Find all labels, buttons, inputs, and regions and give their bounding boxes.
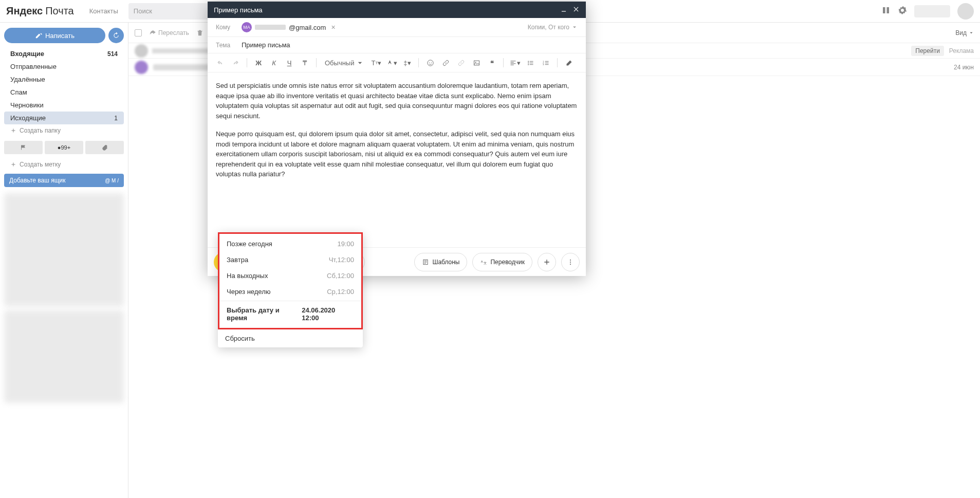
- view-toggle[interactable]: Вид: [955, 29, 974, 36]
- bold-button[interactable]: Ж: [252, 57, 265, 69]
- lineheight-button[interactable]: ‡▾: [401, 57, 413, 69]
- emoji-icon: [427, 59, 434, 67]
- undo-icon: [216, 59, 224, 67]
- schedule-custom-time: 24.06.2020 12:00: [302, 306, 354, 322]
- mailbox-provider-icons: @ M /: [105, 178, 119, 183]
- compose-body[interactable]: Sed ut perspiciatis unde omnis iste natu…: [208, 72, 586, 247]
- cc-toggle[interactable]: Копии, От кого: [528, 24, 578, 31]
- logo[interactable]: Яндекс Почта: [6, 5, 74, 17]
- refresh-icon: [113, 32, 120, 39]
- undo-button[interactable]: [214, 57, 226, 69]
- create-folder-label: Создать папку: [20, 127, 61, 134]
- align-button[interactable]: ▾: [509, 57, 521, 69]
- link-button[interactable]: [439, 57, 452, 69]
- contacts-link[interactable]: Контакты: [89, 7, 118, 15]
- schedule-option[interactable]: ЗавтраЧт,12:00: [219, 252, 361, 268]
- subject-field[interactable]: Тема Пример письма: [208, 37, 586, 53]
- underline-button[interactable]: Ч: [283, 57, 295, 69]
- flag-filter[interactable]: [4, 141, 43, 154]
- bulletlist-button[interactable]: [524, 57, 537, 69]
- folder-Отправленные[interactable]: Отправленные: [4, 60, 124, 73]
- create-label[interactable]: Создать метку: [4, 158, 124, 171]
- schedule-option[interactable]: Через неделюСр,12:00: [219, 284, 361, 300]
- apps-icon[interactable]: [881, 6, 891, 16]
- fontsize-button[interactable]: TT▾: [370, 57, 382, 69]
- editor-toolbar: Ж К Ч ₸ Обычный TT▾ ▾ ‡▾ ❝ ▾ 123: [208, 53, 586, 72]
- svg-point-4: [429, 62, 430, 62]
- svg-point-8: [528, 61, 529, 62]
- svg-point-3: [428, 60, 433, 65]
- schedule-custom-row[interactable]: Выбрать дату и время 24.06.2020 12:00: [219, 302, 361, 326]
- unlink-icon: [457, 59, 465, 67]
- username[interactable]: [914, 5, 950, 17]
- folder-Черновики[interactable]: Черновики: [4, 99, 124, 112]
- redo-button[interactable]: [229, 57, 242, 69]
- gear-icon[interactable]: [898, 6, 907, 16]
- templates-button[interactable]: Шаблоны: [414, 253, 467, 271]
- close-button[interactable]: [572, 6, 580, 14]
- image-icon: [473, 59, 480, 67]
- quote-button[interactable]: ❝: [486, 57, 498, 69]
- minimize-button[interactable]: [560, 6, 567, 14]
- promo-goto-button[interactable]: Перейти: [911, 46, 944, 56]
- forward-button[interactable]: Переслать: [149, 29, 189, 36]
- translator-button[interactable]: A文 Переводчик: [472, 253, 532, 271]
- template-icon: [422, 259, 429, 266]
- unread-count: 99+: [61, 144, 70, 151]
- mail-avatar: [135, 61, 148, 74]
- folder-Исходящие[interactable]: Исходящие1: [4, 112, 124, 124]
- eraser-button[interactable]: [563, 57, 575, 69]
- add-mailbox-button[interactable]: Добавьте ваш ящик @ M /: [4, 174, 124, 187]
- svg-rect-2: [562, 11, 566, 11]
- folder-Спам[interactable]: Спам: [4, 86, 124, 99]
- schedule-reset-button[interactable]: Сбросить: [218, 329, 363, 347]
- bulletlist-icon: [527, 59, 534, 67]
- to-field[interactable]: Кому MA @gmail.com × Копии, От кого: [208, 18, 586, 37]
- compose-button[interactable]: Написать: [4, 28, 105, 43]
- compose-header: Пример письма: [208, 2, 586, 18]
- promo-avatar: [135, 44, 148, 58]
- folder-name: Черновики: [10, 101, 44, 109]
- create-folder[interactable]: Создать папку: [4, 124, 124, 137]
- recipient-chip[interactable]: MA @gmail.com ×: [242, 22, 336, 32]
- unlink-button[interactable]: [455, 57, 467, 69]
- schedule-option-label: Позже сегодня: [227, 240, 272, 248]
- trash-icon: [196, 29, 204, 36]
- add-action-button[interactable]: [538, 253, 556, 271]
- subject-value: Пример письма: [242, 41, 290, 49]
- schedule-option[interactable]: На выходныхСб,12:00: [219, 268, 361, 284]
- schedule-option-time: Ср,12:00: [327, 288, 354, 296]
- refresh-button[interactable]: [108, 28, 124, 43]
- schedule-option[interactable]: Позже сегодня19:00: [219, 236, 361, 252]
- italic-button[interactable]: К: [268, 57, 280, 69]
- folder-Входящие[interactable]: Входящие514: [4, 47, 124, 60]
- remove-recipient-button[interactable]: ×: [331, 23, 335, 31]
- textcolor-button[interactable]: ▾: [385, 57, 398, 69]
- forward-label: Переслать: [158, 29, 189, 36]
- compose-title: Пример письма: [214, 6, 263, 14]
- schedule-option-label: Через неделю: [227, 288, 270, 296]
- mail-date: 24 июн: [954, 64, 974, 71]
- folder-name: Входящие: [10, 50, 44, 58]
- strike-button[interactable]: ₸: [299, 57, 311, 69]
- avatar[interactable]: [957, 3, 974, 20]
- chevron-down-icon: [356, 59, 364, 67]
- select-all-checkbox[interactable]: [135, 29, 142, 36]
- numberlist-button[interactable]: 123: [540, 57, 552, 69]
- translate-icon: A文: [480, 259, 487, 266]
- flag-icon: [21, 144, 27, 151]
- emoji-button[interactable]: [424, 57, 436, 69]
- style-dropdown[interactable]: Обычный: [322, 57, 367, 69]
- attach-filter[interactable]: [85, 141, 124, 154]
- image-button[interactable]: [470, 57, 483, 69]
- unread-filter[interactable]: ● 99+: [45, 141, 83, 154]
- svg-text:文: 文: [484, 261, 487, 264]
- more-button[interactable]: [561, 253, 580, 271]
- pencil-icon: [35, 32, 42, 39]
- folder-name: Спам: [10, 88, 27, 96]
- logo-product: Почта: [45, 5, 74, 17]
- textcolor-icon: [386, 59, 394, 67]
- delete-button[interactable]: [196, 29, 204, 36]
- body-paragraph: Sed ut perspiciatis unde omnis iste natu…: [216, 81, 578, 121]
- folder-Удалённые[interactable]: Удалённые: [4, 73, 124, 86]
